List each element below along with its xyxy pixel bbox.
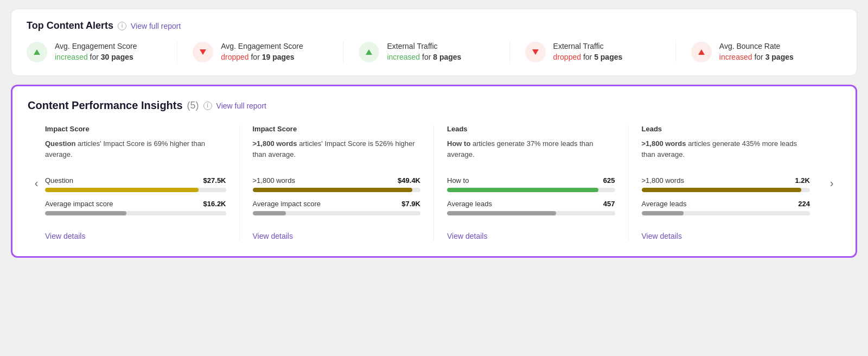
alerts-info-icon[interactable]: i	[118, 22, 126, 30]
alert-status-2: increased	[387, 53, 420, 61]
alerts-header: Top Content Alerts i View full report	[27, 20, 841, 31]
alert-text-0: Avg. Engagement Score increased for 30 p…	[55, 41, 137, 62]
insight-view-details-1[interactable]: View details	[253, 232, 293, 240]
insights-info-icon[interactable]: i	[203, 101, 212, 110]
alerts-row: Avg. Engagement Score increased for 30 p…	[27, 41, 841, 62]
insights-nav-left[interactable]: ‹	[28, 174, 45, 192]
insight-primary-value-3: 1.2K	[795, 176, 810, 185]
insight-view-details-3[interactable]: View details	[642, 232, 682, 240]
insight-description-1: >1,800 words articles' Impact Score is 5…	[253, 138, 421, 167]
insight-secondary-fill-3	[642, 211, 684, 215]
alert-arrow-1	[200, 49, 206, 55]
alert-pages-3: 5 pages	[594, 53, 622, 61]
insight-primary-bar-row-0: Question $27.5K	[45, 176, 226, 192]
insight-primary-fill-0	[45, 188, 199, 192]
insight-secondary-value-3: 224	[798, 200, 810, 208]
insight-secondary-bar-row-1: Average impact score $7.9K	[253, 200, 421, 215]
alert-icon-4	[691, 42, 712, 62]
insight-secondary-label-0: Average impact score	[45, 200, 113, 208]
insight-secondary-track-1	[253, 211, 421, 215]
alert-status-3: dropped	[553, 53, 581, 61]
insight-secondary-track-3	[642, 211, 810, 215]
insights-view-full-link[interactable]: View full report	[216, 101, 266, 110]
insights-header: Content Performance Insights (5) i View …	[28, 99, 840, 112]
alert-item-0: Avg. Engagement Score increased for 30 p…	[27, 41, 177, 62]
insight-view-details-0[interactable]: View details	[45, 232, 85, 240]
insight-secondary-bar-row-0: Average impact score $16.2K	[45, 200, 226, 215]
alert-status-4: increased	[719, 53, 752, 61]
insight-primary-bar-row-2: How to 625	[447, 176, 615, 192]
insight-secondary-value-0: $16.2K	[203, 200, 226, 208]
insight-category-3: Leads	[642, 125, 810, 133]
alert-item-4: Avg. Bounce Rate increased for 3 pages	[676, 41, 841, 62]
alert-icon-3	[525, 42, 546, 62]
insight-secondary-track-2	[447, 211, 615, 215]
alert-item-1: Avg. Engagement Score dropped for 19 pag…	[177, 41, 343, 62]
alert-status-0: increased	[55, 53, 88, 61]
insight-secondary-label-2: Average leads	[447, 200, 492, 208]
alert-arrow-2	[366, 49, 372, 55]
insight-secondary-label-1: Average impact score	[253, 200, 321, 208]
alert-item-2: External Traffic increased for 8 pages	[343, 41, 509, 62]
alert-pages-2: 8 pages	[433, 53, 461, 61]
insights-title: Content Performance Insights	[28, 99, 183, 112]
insight-secondary-bar-row-3: Average leads 224	[642, 200, 810, 215]
insight-primary-fill-3	[642, 188, 802, 192]
insight-primary-track-2	[447, 188, 615, 192]
insight-secondary-label-3: Average leads	[642, 200, 687, 208]
alert-text-2: External Traffic increased for 8 pages	[387, 41, 461, 62]
alert-text-3: External Traffic dropped for 5 pages	[553, 41, 623, 62]
insight-primary-label-row-3: >1,800 words 1.2K	[642, 176, 810, 185]
insight-primary-fill-1	[253, 188, 412, 192]
insight-description-3: >1,800 words articles generate 435% more…	[642, 138, 810, 167]
insight-primary-value-0: $27.5K	[203, 176, 226, 185]
insight-secondary-fill-0	[45, 211, 126, 215]
insight-category-2: Leads	[447, 125, 615, 133]
alert-arrow-3	[532, 49, 539, 55]
alert-pages-0: 30 pages	[101, 53, 133, 61]
alerts-card: Top Content Alerts i View full report Av…	[11, 9, 857, 76]
insight-col-1: Impact Score >1,800 words articles' Impa…	[240, 125, 435, 241]
alert-arrow-4	[698, 49, 705, 55]
insights-content-wrapper: ‹ Impact Score Question articles' Impact…	[28, 125, 840, 241]
insight-primary-label-row-0: Question $27.5K	[45, 176, 226, 185]
insight-primary-value-1: $49.4K	[398, 176, 420, 185]
alert-pages-4: 3 pages	[765, 53, 794, 61]
alerts-view-full-link[interactable]: View full report	[131, 22, 181, 30]
insight-primary-bar-row-1: >1,800 words $49.4K	[253, 176, 421, 192]
insight-primary-track-0	[45, 188, 226, 192]
alert-arrow-0	[34, 49, 40, 55]
insights-grid: Impact Score Question articles' Impact S…	[45, 125, 823, 241]
insight-col-2: Leads How to articles generate 37% more …	[434, 125, 629, 241]
insight-category-1: Impact Score	[253, 125, 421, 133]
alert-pages-1: 19 pages	[262, 53, 295, 61]
insight-secondary-label-row-3: Average leads 224	[642, 200, 810, 208]
insight-secondary-track-0	[45, 211, 226, 215]
insight-secondary-fill-1	[253, 211, 286, 215]
insight-secondary-value-1: $7.9K	[401, 200, 420, 208]
insight-primary-bar-row-3: >1,800 words 1.2K	[642, 176, 810, 192]
insight-secondary-label-row-0: Average impact score $16.2K	[45, 200, 226, 208]
insights-card: Content Performance Insights (5) i View …	[11, 85, 857, 258]
insight-primary-track-3	[642, 188, 810, 192]
alert-status-1: dropped	[221, 53, 248, 61]
insight-primary-label-row-2: How to 625	[447, 176, 615, 185]
insight-col-3: Leads >1,800 words articles generate 435…	[629, 125, 824, 241]
insight-secondary-label-row-1: Average impact score $7.9K	[253, 200, 421, 208]
alert-icon-1	[193, 42, 213, 62]
alert-icon-0	[27, 42, 47, 62]
insights-nav-right[interactable]: ›	[823, 174, 840, 192]
insight-secondary-label-row-2: Average leads 457	[447, 200, 615, 208]
insight-view-details-2[interactable]: View details	[447, 232, 487, 240]
insight-secondary-value-2: 457	[603, 200, 615, 208]
insight-primary-track-1	[253, 188, 421, 192]
alert-text-4: Avg. Bounce Rate increased for 3 pages	[719, 41, 794, 62]
insight-description-0: Question articles' Impact Score is 69% h…	[45, 138, 226, 167]
insight-primary-label-3: >1,800 words	[642, 176, 684, 185]
insight-category-0: Impact Score	[45, 125, 226, 133]
page-wrapper: Top Content Alerts i View full report Av…	[11, 9, 857, 258]
insight-description-2: How to articles generate 37% more leads …	[447, 138, 615, 167]
alert-icon-2	[359, 42, 379, 62]
insight-primary-label-0: Question	[45, 176, 73, 185]
insight-primary-value-2: 625	[603, 176, 615, 185]
